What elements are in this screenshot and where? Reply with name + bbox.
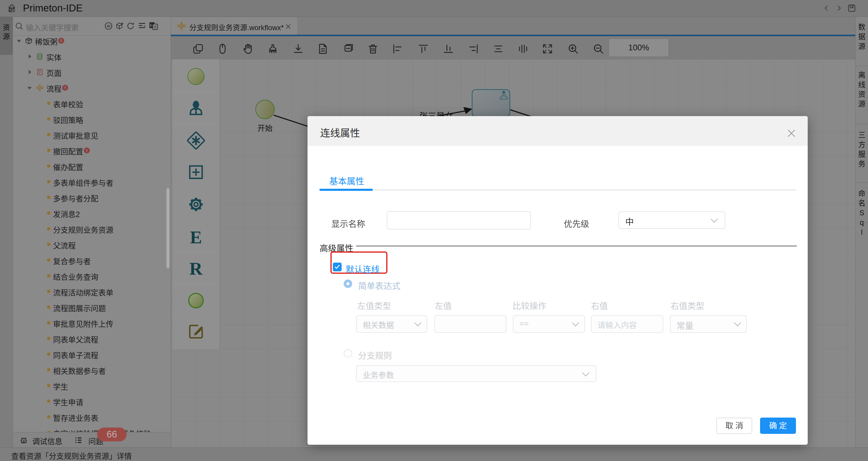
svg-text:文: 文: [153, 25, 157, 29]
svg-text:开始: 开始: [257, 122, 273, 133]
svg-text:AI: AI: [107, 24, 110, 28]
